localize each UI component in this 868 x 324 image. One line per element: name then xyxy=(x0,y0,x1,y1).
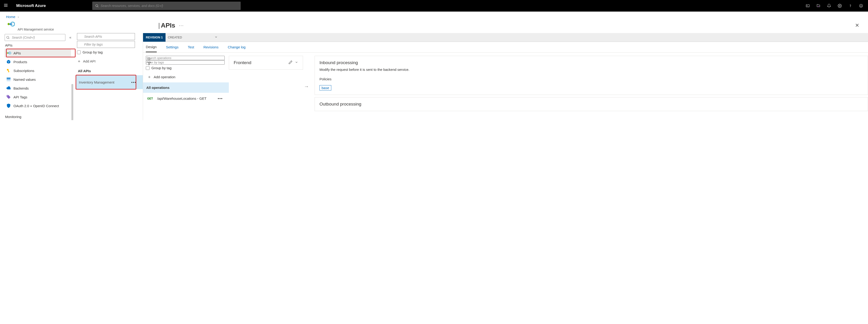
close-icon[interactable]: ✕ xyxy=(852,21,862,30)
breadcrumb-home[interactable]: Home xyxy=(6,15,15,19)
group-by-tag-input[interactable] xyxy=(77,50,81,54)
created-label: CREATED xyxy=(168,36,182,39)
feedback-icon[interactable] xyxy=(859,3,863,8)
nav-item-label: Products xyxy=(13,60,27,64)
filter-ops-input[interactable] xyxy=(146,60,225,65)
svg-rect-5 xyxy=(806,5,809,7)
operation-name: /api/WarehouseLocations - GET xyxy=(157,97,207,101)
grid-icon xyxy=(6,77,11,82)
svg-rect-20 xyxy=(8,53,9,53)
nav-item-label: Backends xyxy=(13,86,29,90)
service-header: API Management service | APIs ··· ✕ xyxy=(0,20,868,33)
svg-marker-33 xyxy=(148,62,151,65)
nav-item-label: OAuth 2.0 + OpenID Connect xyxy=(13,104,59,108)
global-search[interactable] xyxy=(92,2,241,10)
left-nav: « APIs APIs Products Subscriptions Named… xyxy=(0,33,75,120)
nav-item-subscriptions[interactable]: Subscriptions xyxy=(5,66,71,75)
all-apis-header[interactable]: All APIs xyxy=(78,69,143,73)
plus-icon: ＋ xyxy=(77,58,81,64)
nav-item-named-values[interactable]: Named values xyxy=(5,75,71,84)
frontend-panel: Frontend xyxy=(229,56,303,70)
nav-section-monitoring: Monitoring xyxy=(5,115,75,119)
edit-icon[interactable] xyxy=(288,60,292,65)
policy-base[interactable]: base xyxy=(319,85,331,91)
svg-point-16 xyxy=(7,36,9,38)
settings-icon[interactable] xyxy=(837,3,842,8)
nav-item-oauth[interactable]: OAuth 2.0 + OpenID Connect xyxy=(5,101,71,110)
outbound-panel: Outbound processing xyxy=(315,97,868,111)
nav-item-products[interactable]: Products xyxy=(5,58,71,66)
topbar-icons xyxy=(805,3,868,8)
ops-group-by-tag-checkbox[interactable]: Group by tag xyxy=(146,66,229,70)
search-icon xyxy=(6,36,10,39)
notifications-icon[interactable] xyxy=(827,3,831,8)
tab-revisions[interactable]: Revisions xyxy=(203,42,218,52)
svg-rect-15 xyxy=(9,24,12,25)
directories-icon[interactable] xyxy=(816,3,821,8)
global-search-input[interactable] xyxy=(101,4,238,8)
frontend-title: Frontend xyxy=(234,60,251,65)
more-actions-icon[interactable]: ··· xyxy=(179,23,184,28)
operation-row[interactable]: GET /api/WarehouseLocations - GET ••• xyxy=(146,93,229,104)
add-operation-button[interactable]: ＋ Add operation xyxy=(147,74,229,80)
cloud-shell-icon[interactable] xyxy=(805,3,810,8)
chevron-down-icon[interactable] xyxy=(295,61,298,65)
nav-item-apis[interactable]: APIs xyxy=(5,48,71,58)
nav-item-label: API Tags xyxy=(13,95,27,99)
main-columns: « APIs APIs Products Subscriptions Named… xyxy=(0,33,868,120)
search-icon xyxy=(95,4,99,8)
operation-verb: GET xyxy=(147,97,153,100)
nav-item-api-tags[interactable]: API Tags xyxy=(5,93,71,101)
chevron-down-icon[interactable] xyxy=(214,35,218,40)
svg-rect-26 xyxy=(7,80,11,81)
add-operation-label: Add operation xyxy=(154,75,175,79)
ops-group-by-tag-input[interactable] xyxy=(146,66,150,70)
service-icon xyxy=(6,20,15,29)
scrollbar[interactable] xyxy=(71,84,73,120)
brand-label: Microsoft Azure xyxy=(11,3,51,8)
detail-body: Group by tag ＋ Add operation All operati… xyxy=(143,52,868,111)
search-operations-input[interactable] xyxy=(146,56,225,60)
svg-point-11 xyxy=(860,5,861,6)
highlight-box xyxy=(75,75,136,89)
top-bar: Microsoft Azure xyxy=(0,0,868,11)
add-api-label: Add API xyxy=(83,59,95,63)
tab-changelog[interactable]: Change log xyxy=(228,42,246,52)
service-subtitle: API Management service xyxy=(18,28,54,31)
operations-column: Group by tag ＋ Add operation All operati… xyxy=(143,56,229,111)
nav-item-label: APIs xyxy=(13,51,21,55)
filter-icon xyxy=(147,62,151,65)
nav-search-input[interactable] xyxy=(5,34,65,41)
arrow-right-icon: → xyxy=(303,56,310,111)
nav-item-backends[interactable]: Backends xyxy=(5,84,71,93)
title-separator: | xyxy=(158,22,160,29)
tab-design[interactable]: Design xyxy=(146,42,157,52)
nav-item-label: Named values xyxy=(13,77,36,81)
tab-test[interactable]: Test xyxy=(188,42,194,52)
svg-rect-24 xyxy=(7,78,11,79)
chevron-right-icon: › xyxy=(18,15,19,19)
cloud-icon xyxy=(6,86,11,91)
tab-settings[interactable]: Settings xyxy=(166,42,179,52)
nav-item-label: Subscriptions xyxy=(13,69,34,73)
ops-group-by-tag-label: Group by tag xyxy=(151,66,172,70)
collapse-nav-icon[interactable]: « xyxy=(69,35,71,40)
outbound-title: Outbound processing xyxy=(319,102,863,107)
search-apis-input[interactable] xyxy=(77,33,135,40)
operation-more-icon[interactable]: ••• xyxy=(218,97,223,101)
apis-column: Group by tag ＋ Add API All APIs Inventor… xyxy=(75,33,143,120)
filter-tags-input[interactable] xyxy=(77,41,135,48)
inbound-panel: Inbound processing Modify the request be… xyxy=(315,56,868,95)
svg-line-4 xyxy=(98,6,98,7)
group-by-tag-checkbox[interactable]: Group by tag xyxy=(77,50,143,54)
breadcrumb: Home › xyxy=(0,11,868,20)
add-api-button[interactable]: ＋ Add API xyxy=(77,58,143,64)
revision-bar: REVISION 1 CREATED xyxy=(143,33,868,42)
api-icon xyxy=(6,50,11,56)
all-operations-row[interactable]: All operations xyxy=(143,82,229,93)
inbound-title: Inbound processing xyxy=(319,60,863,65)
hamburger-menu[interactable] xyxy=(0,3,11,8)
key-icon xyxy=(6,68,11,73)
help-icon[interactable] xyxy=(848,3,853,8)
revision-badge[interactable]: REVISION 1 xyxy=(143,33,165,42)
